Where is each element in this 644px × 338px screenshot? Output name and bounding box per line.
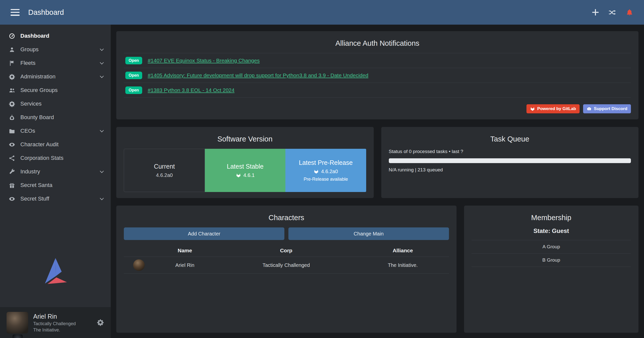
version-current-label: Current [154, 163, 175, 170]
notifications-bell-icon[interactable] [626, 9, 633, 16]
sidebar-item-label: Secret Stuff [20, 196, 49, 202]
sidebar-item-label: Secret Santa [20, 182, 52, 188]
money-icon [8, 114, 16, 121]
sidebar: Dashboard Groups Fleets Administration [0, 25, 111, 338]
add-character-button[interactable]: Add Character [124, 227, 284, 240]
sidebar-item-administration[interactable]: Administration [0, 70, 111, 83]
sidebar-item-dashboard[interactable]: Dashboard [0, 29, 111, 43]
version-current-value: 4.6.2a0 [156, 172, 173, 178]
discord-icon [587, 106, 592, 111]
sidebar-item-services[interactable]: Services [0, 97, 111, 111]
flag-icon [8, 60, 16, 67]
powered-by-gitlab-badge[interactable]: Powered by GitLab [526, 104, 580, 113]
chevron-down-icon [100, 169, 104, 173]
software-version-card: Software Version Current 4.6.2a0 Latest … [116, 127, 374, 198]
version-stable-label: Latest Stable [227, 163, 263, 170]
version-prerelease-box: Latest Pre-Release 4.6.2a0 Pre-Release a… [285, 149, 366, 192]
status-badge: Open [125, 57, 142, 64]
user-avatar-group [7, 312, 28, 338]
user-icon [8, 46, 16, 53]
add-icon[interactable] [592, 9, 599, 16]
notification-link[interactable]: #1383 Python 3.8 EOL - 14 Oct 2024 [148, 87, 235, 93]
characters-title: Characters [124, 214, 449, 222]
shuffle-icon[interactable] [608, 9, 616, 16]
sidebar-item-label: Services [20, 101, 42, 107]
navbar-actions [592, 9, 633, 16]
notifications-card: Alliance Auth Notifications Open #1407 E… [116, 31, 638, 119]
prerelease-note: Pre-Release available [304, 177, 348, 182]
eye-icon [8, 196, 16, 202]
top-navbar: Dashboard [0, 0, 644, 25]
gauge-icon [8, 33, 16, 39]
footer-badges: Powered by GitLab Support Discord [124, 104, 631, 113]
task-queue-card: Task Queue Status of 0 processed tasks •… [381, 127, 639, 198]
main-content: Alliance Auth Notifications Open #1407 E… [111, 25, 644, 338]
chevron-down-icon [100, 60, 104, 64]
gears-icon [8, 101, 16, 107]
sidebar-item-label: Fleets [20, 60, 35, 66]
chevron-down-icon [100, 74, 104, 78]
support-discord-badge[interactable]: Support Discord [583, 104, 631, 113]
character-portrait [133, 259, 145, 271]
sidebar-nav: Dashboard Groups Fleets Administration [0, 25, 111, 206]
sidebar-item-secure-groups[interactable]: Secure Groups [0, 83, 111, 97]
version-number: 4.6.2a0 [321, 169, 338, 174]
sidebar-item-label: Industry [20, 168, 40, 175]
sidebar-item-corporation-stats[interactable]: Corporation Stats [0, 151, 111, 165]
characters-table: Name Corp Alliance Ariel Rin Tactically … [124, 245, 449, 274]
user-avatar [7, 312, 28, 333]
character-row: Ariel Rin Tactically Challenged The Init… [124, 257, 449, 274]
sidebar-item-bounty-board[interactable]: Bounty Board [0, 111, 111, 124]
gitlab-icon [236, 173, 241, 178]
chevron-down-icon [100, 47, 104, 51]
version-stable-box: Latest Stable 4.6.1 [205, 149, 285, 192]
sidebar-item-secret-santa[interactable]: Secret Santa [0, 178, 111, 192]
alliance-auth-logo [0, 258, 111, 284]
avatar-column-header [124, 245, 154, 257]
notifications-title: Alliance Auth Notifications [124, 39, 631, 47]
sidebar-item-industry[interactable]: Industry [0, 165, 111, 178]
notification-link[interactable]: #1405 Advisory: Future development will … [148, 72, 368, 78]
membership-state: State: Guest [472, 227, 631, 234]
character-alliance: The Initiative. [357, 257, 449, 274]
sidebar-item-fleets[interactable]: Fleets [0, 56, 111, 70]
version-number: 4.6.1 [243, 172, 254, 178]
characters-table-header: Name Corp Alliance [124, 245, 449, 257]
chevron-down-icon [100, 128, 104, 132]
software-version-title: Software Version [124, 135, 366, 143]
folder-icon [8, 128, 16, 134]
version-stable-value: 4.6.1 [236, 172, 254, 178]
row-software-taskqueue: Software Version Current 4.6.2a0 Latest … [116, 127, 638, 198]
task-queue-counts: N/A running | 213 queued [389, 167, 631, 173]
membership-card: Membership State: Guest A Group B Group [464, 206, 638, 333]
sidebar-item-label: Dashboard [20, 33, 49, 39]
sidebar-item-label: Secure Groups [20, 87, 58, 93]
sidebar-user-panel: Ariel Rin Tactically Challenged The Init… [0, 307, 111, 338]
version-prerelease-label: Latest Pre-Release [299, 159, 353, 166]
sidebar-item-label: Groups [20, 46, 39, 53]
sidebar-item-groups[interactable]: Groups [0, 43, 111, 56]
badge-label: Powered by GitLab [537, 106, 576, 111]
notification-row: Open #1383 Python 3.8 EOL - 14 Oct 2024 [124, 83, 631, 98]
membership-title: Membership [472, 214, 631, 222]
gitlab-icon [314, 169, 319, 174]
sidebar-item-label: Administration [20, 73, 55, 80]
eye-icon [8, 141, 16, 148]
user-settings-gear-icon[interactable] [97, 319, 104, 327]
group-item: B Group [472, 253, 631, 267]
character-name: Ariel Rin [154, 257, 216, 274]
menu-toggle-button[interactable] [11, 9, 20, 16]
badge-label: Support Discord [594, 106, 627, 111]
task-queue-status: Status of 0 processed tasks • last ? [389, 149, 631, 154]
sidebar-item-label: CEOs [20, 128, 35, 134]
notification-link[interactable]: #1407 EVE Equinox Status - Breaking Chan… [148, 58, 260, 64]
page-title: Dashboard [28, 8, 64, 17]
sidebar-item-character-audit[interactable]: Character Audit [0, 138, 111, 151]
change-main-button[interactable]: Change Main [288, 227, 449, 240]
sidebar-item-secret-stuff[interactable]: Secret Stuff [0, 192, 111, 206]
notifications-list: Open #1407 EVE Equinox Status - Breaking… [124, 53, 631, 98]
alliance-column-header: Alliance [357, 245, 449, 257]
sidebar-item-ceos[interactable]: CEOs [0, 124, 111, 138]
character-corp: Tactically Challenged [216, 257, 357, 274]
users-icon [8, 87, 16, 94]
